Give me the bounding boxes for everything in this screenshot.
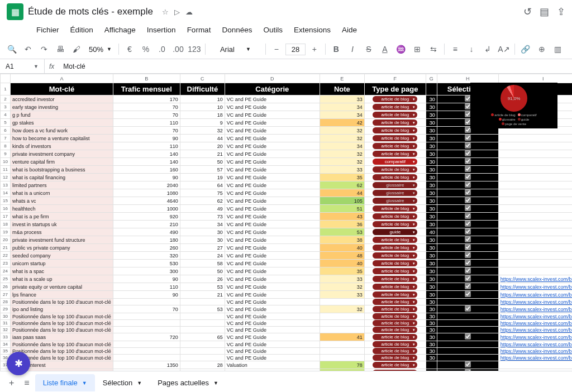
menu-données[interactable]: Données: [217, 23, 257, 36]
cell-selected[interactable]: [437, 333, 498, 341]
cell-g[interactable]: 30: [426, 313, 437, 320]
font-increase-icon[interactable]: +: [307, 42, 322, 56]
cell-traffic[interactable]: 90: [113, 174, 180, 181]
cell-traffic[interactable]: 1080: [113, 189, 180, 197]
cell-note[interactable]: 32: [320, 127, 364, 135]
cell-category[interactable]: VC and PE Guide: [225, 166, 320, 174]
sheet-tab[interactable]: Pages actuelles ▼: [150, 374, 226, 391]
cell-difficulty[interactable]: 65: [180, 333, 225, 341]
all-sheets-icon[interactable]: ≡: [20, 375, 34, 391]
cell-note[interactable]: 32: [320, 150, 364, 158]
cell-note[interactable]: 34: [320, 142, 364, 150]
cell-traffic[interactable]: [113, 313, 180, 320]
cell-note[interactable]: 33: [320, 275, 364, 283]
percent-icon[interactable]: %: [139, 42, 153, 56]
menu-fichier[interactable]: Fichier: [31, 23, 64, 36]
cell-g[interactable]: 30: [426, 283, 437, 291]
row-header-16[interactable]: 16: [1, 205, 11, 213]
cell-category[interactable]: VC and PE Guide: [225, 127, 320, 135]
row-header-26[interactable]: 26: [1, 283, 11, 291]
select-checkbox[interactable]: [465, 150, 471, 156]
cell-difficulty[interactable]: 9: [180, 119, 225, 127]
select-checkbox[interactable]: [465, 260, 471, 266]
font-decrease-icon[interactable]: −: [269, 42, 284, 56]
select-checkbox[interactable]: [465, 189, 471, 195]
cell-traffic[interactable]: 260: [113, 244, 180, 252]
col-header-H[interactable]: H: [437, 74, 498, 83]
cell-g[interactable]: 30: [426, 244, 437, 252]
cell-traffic[interactable]: 210: [113, 221, 180, 228]
cell-traffic[interactable]: 1750: [113, 369, 180, 371]
cell-keyword[interactable]: healthtech: [11, 205, 113, 213]
header-cell[interactable]: Difficulté: [180, 83, 225, 95]
cell-keyword[interactable]: what is a unicorn: [11, 189, 113, 197]
cell-url[interactable]: [498, 166, 572, 174]
text-color-icon[interactable]: A: [378, 42, 392, 56]
cell-traffic[interactable]: [113, 320, 180, 327]
cell-pagetype[interactable]: article de blog: [364, 275, 426, 283]
cell-traffic[interactable]: [113, 299, 180, 305]
cell-selected[interactable]: [437, 150, 498, 158]
cell-g[interactable]: 30: [426, 236, 437, 244]
cell-g[interactable]: 30: [426, 299, 437, 305]
cell-difficulty[interactable]: 26: [180, 275, 225, 283]
cell-selected[interactable]: [437, 166, 498, 174]
cell-pagetype[interactable]: article de blog: [364, 333, 426, 341]
cell-keyword[interactable]: Positionnée dans le top 100 d'aucun mot-…: [11, 313, 113, 320]
cell-traffic[interactable]: 70: [113, 111, 180, 119]
row-header-12[interactable]: 12: [1, 174, 11, 181]
cell-url[interactable]: [498, 135, 572, 142]
font-size-input[interactable]: 28: [285, 44, 306, 55]
cell-difficulty[interactable]: 49: [180, 205, 225, 213]
link-icon[interactable]: 🔗: [518, 42, 533, 56]
cell-selected[interactable]: [437, 327, 498, 333]
cell-selected[interactable]: [437, 213, 498, 221]
cell-selected[interactable]: [437, 142, 498, 150]
share-icon[interactable]: ⇪: [557, 6, 565, 18]
cell-note[interactable]: 53: [320, 228, 364, 236]
cell-g[interactable]: 30: [426, 267, 437, 275]
cell-pagetype[interactable]: article de blog: [364, 174, 426, 181]
cell-category[interactable]: VC and PE Guide: [225, 189, 320, 197]
cell-note[interactable]: [320, 320, 364, 327]
sheets-icon[interactable]: ▦: [7, 3, 23, 20]
cell-url[interactable]: [498, 228, 572, 236]
star-icon[interactable]: ☆: [162, 8, 169, 16]
cell-traffic[interactable]: 920: [113, 213, 180, 221]
cell-pagetype[interactable]: article de blog: [364, 260, 426, 267]
cell-g[interactable]: 30: [426, 150, 437, 158]
cell-category[interactable]: VC and PE Guide: [225, 205, 320, 213]
row-header-1[interactable]: 1: [1, 83, 11, 95]
cell-pagetype[interactable]: article de blog: [364, 127, 426, 135]
cell-note[interactable]: 34: [320, 111, 364, 119]
cell-g[interactable]: 30: [426, 95, 437, 103]
cell-keyword[interactable]: Positionnée dans le top 100 d'aucun mot-…: [11, 299, 113, 305]
cell-category[interactable]: VC and PE Guide: [225, 333, 320, 341]
menu-extensions[interactable]: Extensions: [289, 23, 336, 36]
cell-keyword[interactable]: kinds of investors: [11, 142, 113, 150]
menu-format[interactable]: Format: [182, 23, 216, 36]
select-checkbox[interactable]: [465, 205, 471, 211]
cell-selected[interactable]: [437, 348, 498, 355]
cell-note[interactable]: 64: [320, 369, 364, 371]
col-header-E[interactable]: E: [320, 74, 364, 83]
cell-traffic[interactable]: 140: [113, 158, 180, 166]
cell-pagetype[interactable]: guide: [364, 228, 426, 236]
cell-note[interactable]: 105: [320, 197, 364, 205]
select-checkbox[interactable]: [465, 213, 471, 219]
cell-category[interactable]: VC and PE Guide: [225, 348, 320, 355]
cell-selected[interactable]: [437, 252, 498, 260]
cell-traffic[interactable]: 4640: [113, 197, 180, 205]
cell-g[interactable]: 30: [426, 252, 437, 260]
cell-pagetype[interactable]: article de blog: [364, 299, 426, 305]
cell-note[interactable]: 62: [320, 181, 364, 189]
cell-difficulty[interactable]: 20: [180, 142, 225, 150]
cell-pagetype[interactable]: article de blog: [364, 348, 426, 355]
row-header-30[interactable]: 30: [1, 313, 11, 320]
cloud-icon[interactable]: ☁: [185, 8, 193, 16]
cell-url[interactable]: [498, 158, 572, 166]
cell-difficulty[interactable]: 57: [180, 166, 225, 174]
cell-category[interactable]: VC and PE Guide: [225, 181, 320, 189]
cell-pagetype[interactable]: article de blog: [364, 205, 426, 213]
cell-selected[interactable]: [437, 228, 498, 236]
